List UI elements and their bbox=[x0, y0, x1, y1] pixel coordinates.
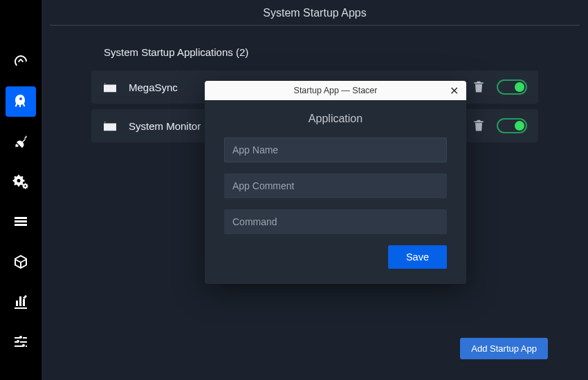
toggle-enabled[interactable] bbox=[497, 79, 527, 95]
broom-icon bbox=[12, 133, 29, 150]
sidebar-item-startup[interactable] bbox=[6, 86, 36, 117]
modal-body: Application Save bbox=[205, 100, 466, 284]
command-input[interactable] bbox=[224, 209, 447, 234]
add-startup-button[interactable]: Add Startup App bbox=[460, 338, 548, 359]
gauge-icon bbox=[12, 53, 29, 70]
sidebar-item-services[interactable] bbox=[6, 167, 36, 197]
sidebar-item-uninstaller[interactable] bbox=[6, 247, 36, 277]
window-icon bbox=[102, 120, 118, 132]
stack-icon bbox=[12, 213, 29, 230]
rocket-icon bbox=[12, 93, 29, 110]
app-name-input[interactable] bbox=[224, 137, 447, 162]
section-title: System Startup Applications (2) bbox=[48, 46, 581, 58]
package-icon bbox=[12, 254, 29, 270]
section-title-text: System Startup Applications bbox=[104, 46, 233, 58]
sidebar bbox=[0, 0, 42, 380]
main: System Startup Apps System Startup Appli… bbox=[42, 0, 588, 380]
trash-icon[interactable] bbox=[472, 119, 486, 133]
modal-window-title: Startup App — Stacer bbox=[205, 86, 466, 95]
sliders-icon bbox=[12, 334, 29, 350]
modal-heading: Application bbox=[224, 113, 447, 125]
sidebar-item-resources[interactable] bbox=[6, 287, 36, 317]
gears-icon bbox=[12, 173, 29, 190]
sidebar-item-cleaner[interactable] bbox=[6, 126, 36, 157]
chart-icon bbox=[12, 294, 29, 310]
trash-icon[interactable] bbox=[472, 80, 486, 94]
sidebar-item-processes[interactable] bbox=[6, 207, 36, 237]
page-title: System Startup Apps bbox=[50, 0, 580, 26]
toggle-enabled[interactable] bbox=[497, 118, 527, 133]
app-comment-input[interactable] bbox=[224, 173, 447, 198]
add-startup-modal: Startup App — Stacer ✕ Application Save bbox=[205, 81, 466, 284]
modal-title-bar[interactable]: Startup App — Stacer ✕ bbox=[205, 81, 466, 100]
close-icon[interactable]: ✕ bbox=[445, 82, 462, 99]
window-icon bbox=[102, 81, 118, 93]
sidebar-item-dashboard[interactable] bbox=[6, 46, 36, 77]
section-count: 2 bbox=[239, 46, 245, 58]
save-button[interactable]: Save bbox=[388, 245, 447, 269]
sidebar-item-settings[interactable] bbox=[6, 327, 36, 357]
